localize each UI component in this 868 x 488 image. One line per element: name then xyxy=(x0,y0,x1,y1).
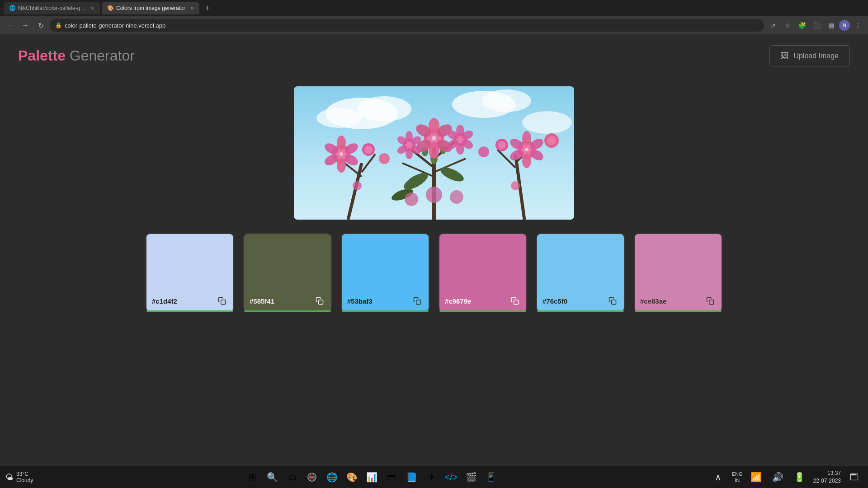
taskbar-files-button[interactable]: 🗂 xyxy=(284,469,300,485)
weather-info: 33°C Cloudy xyxy=(16,471,33,483)
copy-button-6[interactable] xyxy=(704,295,716,307)
sidebar-button[interactable]: ▤ xyxy=(825,19,837,32)
wifi-icon[interactable]: 📶 xyxy=(748,469,764,485)
clock-date: 22-07-2023 xyxy=(813,477,841,485)
taskbar-vlc-button[interactable]: 🎬 xyxy=(463,469,479,485)
svg-point-60 xyxy=(522,131,531,145)
active-indicator-2 xyxy=(244,310,331,312)
forward-button[interactable]: → xyxy=(19,19,32,32)
taskbar-folder-button[interactable]: 🗃 xyxy=(383,469,400,485)
copy-button-5[interactable] xyxy=(607,295,618,307)
time-date[interactable]: 13:37 22-07-2023 xyxy=(813,469,841,485)
svg-point-72 xyxy=(511,181,520,190)
tab-label-1: NikChhillar/color-pallete-genera... xyxy=(18,5,86,11)
copy-button-2[interactable] xyxy=(314,295,326,307)
svg-rect-83 xyxy=(514,300,519,305)
language-region: IN xyxy=(732,477,743,483)
lock-icon: 🔒 xyxy=(55,22,62,28)
weather-widget: 🌤 33°C Cloudy xyxy=(5,471,33,483)
svg-point-3 xyxy=(316,108,362,128)
active-indicator-4 xyxy=(439,310,526,312)
copy-button-4[interactable] xyxy=(509,295,521,307)
taskbar: 🌤 33°C Cloudy ⊞ 🔍 🗂 🌐 🎨 📊 🗃 📘 ✈ </> xyxy=(0,466,868,488)
color-hex-1: #c1d4f2 xyxy=(152,297,177,305)
taskbar-chrome-button[interactable]: 🌐 xyxy=(324,469,340,485)
back-button[interactable]: ← xyxy=(4,19,16,32)
taskbar-code-button[interactable]: </> xyxy=(443,469,459,485)
star-button[interactable]: ☆ xyxy=(781,19,794,32)
color-card-3[interactable]: #53baf3 xyxy=(341,233,429,312)
color-hex-2: #585f41 xyxy=(250,297,274,305)
extensions-button[interactable]: ⬛ xyxy=(810,19,823,32)
color-card-2[interactable]: #585f41 xyxy=(243,233,332,312)
svg-point-70 xyxy=(379,153,390,164)
color-card-5[interactable]: #76c5f0 xyxy=(536,233,625,312)
tab-close-1[interactable]: ✕ xyxy=(90,5,94,11)
copy-button-3[interactable] xyxy=(411,295,423,307)
color-card-1[interactable]: #c1d4f2 xyxy=(146,233,234,312)
clock-time: 13:37 xyxy=(813,469,841,477)
svg-rect-84 xyxy=(612,300,616,305)
color-hex-6: #ce83ae xyxy=(640,297,666,305)
weather-condition: Cloudy xyxy=(16,477,33,483)
taskbar-search-button[interactable]: 🔍 xyxy=(264,469,280,485)
color-hex-5: #76c5f0 xyxy=(542,297,567,305)
taskbar-left: 🌤 33°C Cloudy xyxy=(5,471,33,483)
taskbar-center: ⊞ 🔍 🗂 🌐 🎨 📊 🗃 📘 ✈ </> 🎬 📱 xyxy=(244,469,499,485)
taskbar-browser-button[interactable] xyxy=(304,469,320,485)
taskbar-palette-button[interactable]: 🎨 xyxy=(344,469,360,485)
card-bottom-5: #76c5f0 xyxy=(542,295,618,307)
svg-point-78 xyxy=(340,152,343,156)
browser-tab-1[interactable]: 🌐 NikChhillar/color-pallete-genera... ✕ xyxy=(4,2,100,14)
browser-tab-2[interactable]: 🎨 Colors from image generator ✕ xyxy=(102,2,199,14)
battery-icon[interactable]: 🔋 xyxy=(792,469,808,485)
refresh-button[interactable]: ↻ xyxy=(34,19,47,32)
svg-rect-81 xyxy=(319,300,323,305)
tab-favicon-2: 🎨 xyxy=(107,5,113,11)
share-button[interactable]: ↗ xyxy=(767,19,779,32)
taskbar-start-button[interactable]: ⊞ xyxy=(244,469,260,485)
svg-point-74 xyxy=(426,187,442,203)
address-bar[interactable]: 🔒 color-pallete-generator-nine.vercel.ap… xyxy=(50,19,764,32)
upload-image-button[interactable]: 🖼 Upload Image xyxy=(769,45,850,66)
title-palette: Palette xyxy=(18,47,66,64)
svg-rect-80 xyxy=(221,300,226,305)
card-bottom-4: #c9679e xyxy=(445,295,521,307)
taskbar-word-button[interactable]: 📘 xyxy=(403,469,420,485)
tab-favicon-1: 🌐 xyxy=(9,5,15,11)
taskbar-whatsapp-button[interactable]: 📱 xyxy=(483,469,499,485)
active-indicator-6 xyxy=(635,310,722,312)
color-card-6[interactable]: #ce83ae xyxy=(634,233,722,312)
taskbar-excel-button[interactable]: 📊 xyxy=(363,469,380,485)
svg-point-71 xyxy=(478,146,489,157)
card-bottom-6: #ce83ae xyxy=(640,295,716,307)
profile-avatar[interactable]: N xyxy=(839,20,850,31)
svg-point-77 xyxy=(432,136,436,141)
menu-button[interactable]: ⋮ xyxy=(852,19,864,32)
tab-label-2: Colors from image generator xyxy=(116,5,185,11)
notification-button[interactable]: 🗔 xyxy=(846,469,863,485)
palette-section: #c1d4f2 #585f41 #53baf3 xyxy=(0,233,868,330)
taskbar-chevron-up-icon[interactable]: ∧ xyxy=(710,469,726,485)
extension-puzzle-icon[interactable]: 🧩 xyxy=(796,19,808,32)
copy-button-1[interactable] xyxy=(216,295,228,307)
tab-bar: 🌐 NikChhillar/color-pallete-genera... ✕ … xyxy=(0,0,868,16)
svg-point-57 xyxy=(364,145,373,154)
svg-point-50 xyxy=(337,136,346,150)
svg-point-6 xyxy=(522,111,572,134)
card-bottom-1: #c1d4f2 xyxy=(152,295,228,307)
svg-point-76 xyxy=(450,190,463,204)
svg-point-75 xyxy=(405,192,418,206)
taskbar-telegram-button[interactable]: ✈ xyxy=(423,469,439,485)
active-indicator-3 xyxy=(342,310,429,312)
sound-icon[interactable]: 🔊 xyxy=(770,469,786,485)
active-indicator-1 xyxy=(146,310,233,312)
card-bottom-2: #585f41 xyxy=(250,295,326,307)
color-card-4[interactable]: #c9679e xyxy=(439,233,527,312)
new-tab-button[interactable]: + xyxy=(201,2,214,14)
app-title: Palette Generator xyxy=(18,47,135,64)
tab-close-2[interactable]: ✕ xyxy=(190,5,194,11)
toolbar-actions: ↗ ☆ 🧩 ⬛ ▤ N ⋮ xyxy=(767,19,864,32)
upload-label: Upload Image xyxy=(793,52,839,60)
color-hex-3: #53baf3 xyxy=(347,297,373,305)
